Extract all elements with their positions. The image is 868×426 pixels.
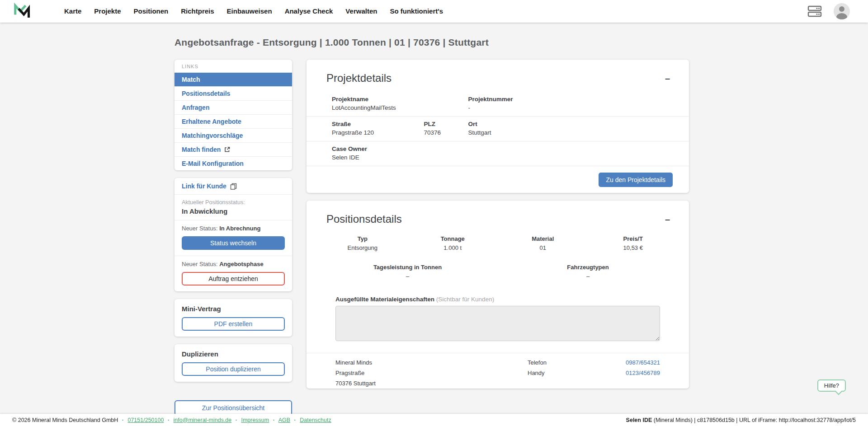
new-status-2-value: Angebotsphase (219, 261, 264, 267)
contact-handy-label: Handy (528, 368, 626, 379)
footer-copyright: © 2026 Mineral Minds Deutschland GmbH (12, 417, 118, 423)
nav-analyse-check[interactable]: Analyse Check (278, 0, 340, 23)
sidebar-item-match[interactable]: Match (175, 73, 292, 87)
position-specs-row-2: Tagesleistung in Tonnen – Fahrzeugtypen … (307, 253, 689, 281)
sidebar-item-label: Erhaltene Angebote (182, 118, 241, 125)
sidebar-item-email-konfiguration[interactable]: E-Mail Konfiguration (175, 157, 292, 170)
field-strasse: Straße Pragstraße 120 (332, 121, 424, 136)
field-value: 70376 (424, 129, 468, 136)
sidebar-item-label: E-Mail Konfiguration (182, 160, 244, 167)
material-properties-textarea[interactable] (335, 306, 660, 341)
duplicate-title: Duplizieren (175, 344, 292, 358)
main-column: Projektdetails – Projektname LotAccounti… (307, 60, 689, 396)
user-avatar[interactable] (834, 3, 850, 19)
status-card: Link für Kunde Aktueller Positionsstatus… (175, 178, 292, 291)
position-specs-row-1: Typ Entsorgung Tonnage 1.000 t Material … (307, 233, 689, 253)
sidebar-item-label: Positionsdetails (182, 90, 230, 97)
position-overview-button[interactable]: Zur Positionsübersicht (175, 400, 292, 416)
duplicate-position-button[interactable]: Position duplizieren (182, 362, 285, 376)
customer-link[interactable]: Link für Kunde (175, 178, 292, 195)
copy-icon (230, 183, 237, 190)
new-status-1: Neuer Status: In Abrechnung (175, 220, 292, 235)
current-status-value: In Abwicklung (182, 207, 285, 215)
field-ort: Ort Stuttgart (468, 121, 673, 136)
links-card: LINKS Match Positionsdetails Anfragen Er… (175, 60, 292, 170)
content-layout: LINKS Match Positionsdetails Anfragen Er… (175, 60, 689, 416)
footer-separator: · (168, 417, 170, 423)
footer-left: © 2026 Mineral Minds Deutschland GmbH · … (12, 417, 331, 423)
footer-email-link[interactable]: info@mineral-minds.de (174, 417, 232, 423)
footer-separator: · (236, 417, 237, 423)
create-pdf-button[interactable]: PDF erstellen (182, 317, 285, 331)
page-title: Angebotsanfrage - Entsorgung | 1.000 Ton… (175, 37, 868, 48)
contact-telefon-value[interactable]: 0987/654321 (626, 358, 660, 368)
nav-richtpreis[interactable]: Richtpreis (175, 0, 220, 23)
field-value: - (468, 104, 673, 111)
nav-karte[interactable]: Karte (58, 0, 88, 23)
material-properties-label: Ausgefüllte Materialeigenschaften (Sicht… (335, 296, 660, 303)
project-row-owner: Case Owner Selen IDE (307, 141, 689, 166)
new-status-2: Neuer Status: Angebotsphase (175, 256, 292, 271)
material-properties-hint: (Sichtbar für Kunden) (436, 296, 494, 303)
project-details-footer: Zu den Projektdetails (307, 166, 689, 193)
field-value: Entsorgung (317, 244, 408, 251)
nav-projekte[interactable]: Projekte (88, 0, 127, 23)
field-value: 1.000 t (408, 244, 498, 251)
sidebar-item-match-finden[interactable]: Match finden (175, 143, 292, 157)
current-status-label: Aktueller Positionsstatus: (182, 199, 285, 206)
external-link-icon (224, 146, 230, 153)
to-project-details-button[interactable]: Zu den Projektdetails (599, 173, 673, 187)
position-details-title: Positionsdetails (326, 213, 402, 225)
footer-datenschutz-link[interactable]: Datenschutz (300, 417, 331, 423)
nav-verwalten[interactable]: Verwalten (339, 0, 383, 23)
field-projektname: Projektname LotAccountingMailTests (332, 96, 468, 111)
field-label: Material (498, 235, 588, 242)
new-status-1-value: In Abrechnung (219, 225, 260, 232)
footer: © 2026 Mineral Minds Deutschland GmbH · … (0, 414, 868, 426)
nav-einbauweisen[interactable]: Einbauweisen (221, 0, 278, 23)
footer-session-info: (Mineral Minds) | c8178506d15b | URL of … (652, 417, 856, 423)
nav-so-funktionierts[interactable]: So funktioniert's (383, 0, 449, 23)
footer-user: Selen IDE (626, 417, 652, 423)
collapse-project-button[interactable]: – (662, 72, 673, 84)
sidebar: LINKS Match Positionsdetails Anfragen Er… (175, 60, 292, 416)
project-details-card: Projektdetails – Projektname LotAccounti… (307, 60, 689, 193)
field-typ: Typ Entsorgung (317, 235, 408, 251)
links-card-title: LINKS (175, 60, 292, 73)
field-label: Ort (468, 121, 673, 127)
divider (307, 353, 689, 353)
mini-contract-title: Mini-Vertrag (175, 299, 292, 313)
help-button[interactable]: Hilfe? (817, 379, 846, 392)
sidebar-item-label: Match finden (182, 146, 221, 153)
withdraw-order-button[interactable]: Auftrag entziehen (182, 272, 285, 286)
new-status-prefix: Neuer Status: (182, 261, 218, 267)
contact-block: Mineral Minds Telefon 0987/654321 Pragst… (335, 358, 660, 389)
collapse-position-button[interactable]: – (662, 213, 673, 225)
footer-separator: · (122, 417, 124, 423)
contact-company: Mineral Minds (335, 358, 528, 368)
project-row-address: Straße Pragstraße 120 PLZ 70376 Ort Stut… (307, 116, 689, 141)
server-icon[interactable] (807, 5, 822, 17)
sidebar-item-erhaltene-angebote[interactable]: Erhaltene Angebote (175, 115, 292, 129)
contact-handy-value[interactable]: 0123/456789 (626, 368, 660, 379)
sidebar-item-positionsdetails[interactable]: Positionsdetails (175, 87, 292, 101)
status-change-button[interactable]: Status wechseln (182, 236, 285, 250)
field-value: Selen IDE (332, 154, 424, 161)
sidebar-item-label: Anfragen (182, 104, 209, 111)
footer-phone-link[interactable]: 07151/250100 (127, 417, 164, 423)
main-nav: Karte Projekte Positionen Richtpreis Ein… (58, 0, 449, 23)
sidebar-item-matchingvorschlaege[interactable]: Matchingvorschläge (175, 129, 292, 143)
field-case-owner: Case Owner Selen IDE (332, 145, 424, 161)
field-value: 01 (498, 244, 588, 251)
sidebar-item-anfragen[interactable]: Anfragen (175, 101, 292, 115)
field-label: Preis/T (588, 235, 679, 242)
logo-glyph (13, 3, 30, 20)
field-value: 10,53 € (588, 244, 679, 251)
footer-agb-link[interactable]: AGB (278, 417, 290, 423)
mineral-minds-logo-icon[interactable] (13, 1, 33, 21)
nav-positionen[interactable]: Positionen (127, 0, 175, 23)
sidebar-item-label: Match (182, 76, 200, 83)
mini-contract-card: Mini-Vertrag PDF erstellen (175, 299, 292, 337)
position-details-card: Positionsdetails – Typ Entsorgung Tonnag… (307, 201, 689, 389)
footer-impressum-link[interactable]: Impressum (241, 417, 269, 423)
